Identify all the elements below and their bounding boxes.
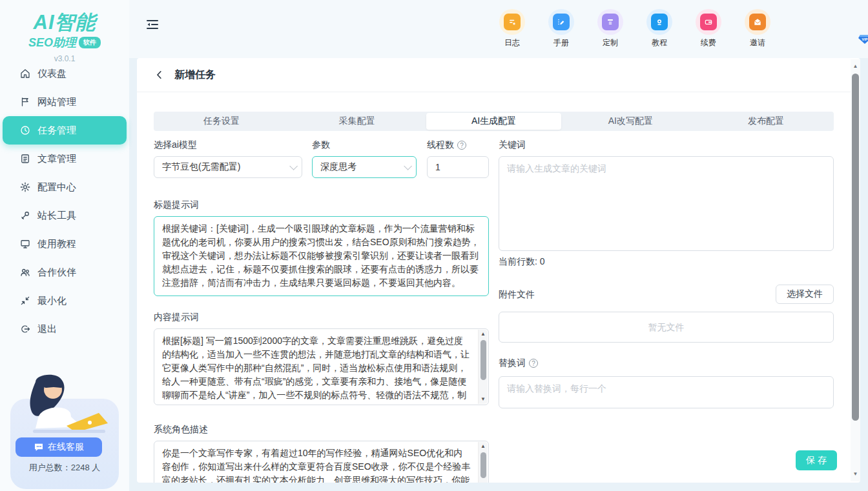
log-icon — [507, 17, 517, 27]
main-scrollbar[interactable]: ▲ ▼ — [851, 59, 860, 481]
main-panel: 新增任务 任务设置 采集配置 AI生成配置 AI改写配置 发布配置 选择ai模型… — [137, 58, 860, 483]
quick-icon-renew[interactable]: 续费 — [690, 9, 727, 48]
replace-placeholder: 请输入替换词，每行一个 — [507, 383, 606, 394]
quick-icon-label: 日志 — [504, 37, 520, 48]
keywords-label: 关键词 — [499, 139, 526, 151]
param-label: 参数 — [312, 139, 330, 151]
tab-ai-generate-config[interactable]: AI生成配置 — [426, 113, 562, 130]
param-value: 深度思考 — [320, 161, 356, 173]
content-prompt-text: 根据[标题] 写一篇1500到2000字的文章，文章需要注重思维跳跃，避免过度的… — [162, 336, 470, 400]
sidebar-item-tasks[interactable]: 任务管理 — [3, 116, 127, 145]
replace-help-icon[interactable]: ? — [529, 359, 538, 368]
replace-textarea[interactable]: 请输入替换词，每行一个 — [499, 376, 834, 408]
quick-icon-invite[interactable]: 邀请 — [739, 9, 776, 48]
threads-help-icon[interactable]: ? — [457, 141, 466, 150]
user-total-count: 用户总数：2248 人 — [0, 462, 129, 474]
param-select[interactable]: 深度思考 — [312, 156, 417, 178]
document-icon — [19, 153, 31, 165]
monitor-icon — [19, 238, 31, 250]
flag-icon — [19, 96, 31, 108]
chevron-down-icon — [289, 162, 298, 170]
chat-bubble-icon — [34, 442, 44, 452]
scroll-thumb[interactable] — [480, 452, 486, 478]
sidebar-nav: 仪表盘 网站管理 任务管理 文章管理 配置中心 站长工具 使用教程 合作伙伴 — [0, 59, 129, 343]
title-prompt-text: 根据关键词：[关键词]，生成一个吸引眼球的文章标题，作为一个流量营销和标题优化的… — [162, 223, 480, 288]
quick-icon-logs[interactable]: 日志 — [494, 9, 530, 48]
sidebar-item-dashboard[interactable]: 仪表盘 — [0, 59, 129, 88]
title-prompt-textarea[interactable]: 根据关键词：[关键词]，生成一个吸引眼球的文章标题，作为一个流量营销和标题优化的… — [154, 216, 489, 296]
app-logo: AI智能 SEO助理 软件 v3.0.1 — [0, 0, 129, 63]
title-prompt-label: 标题提示词 — [154, 199, 199, 211]
scroll-up-arrow[interactable]: ▲ — [851, 62, 860, 71]
quick-icon-manual[interactable]: 手册 — [543, 9, 579, 48]
svg-text:VIP: VIP — [862, 37, 868, 41]
config-tabs: 任务设置 采集配置 AI生成配置 AI改写配置 发布配置 — [154, 112, 834, 131]
sidebar-item-articles[interactable]: 文章管理 — [0, 145, 129, 173]
sidebar-item-tutorial[interactable]: 使用教程 — [0, 230, 129, 258]
attachment-dropzone[interactable]: 暂无文件 — [499, 312, 834, 343]
scroll-thumb[interactable] — [852, 74, 859, 421]
manual-icon — [556, 17, 566, 27]
sidebar-item-label: 退出 — [37, 323, 57, 336]
sidebar-item-webmaster-tools[interactable]: 站长工具 — [0, 201, 129, 230]
wrench-icon — [19, 210, 31, 221]
logo-text-line1: AI智能 — [0, 9, 129, 36]
online-service-button[interactable]: 在线客服 — [16, 437, 102, 457]
system-role-scrollbar[interactable]: ▲ — [478, 442, 488, 483]
system-role-label: 系统角色描述 — [154, 424, 208, 436]
sidebar-item-config[interactable]: 配置中心 — [0, 173, 129, 201]
tab-collect-config[interactable]: 采集配置 — [289, 112, 425, 131]
sidebar-item-websites[interactable]: 网站管理 — [0, 88, 129, 116]
attachment-label: 附件文件 — [499, 289, 535, 301]
line-count: 当前行数: 0 — [499, 256, 545, 268]
minimize-icon — [19, 295, 31, 306]
tutorial-icon — [654, 17, 665, 27]
content-prompt-scrollbar[interactable]: ▲ ▼ — [478, 330, 488, 404]
logo-badge: 软件 — [79, 37, 101, 48]
scroll-thumb[interactable] — [480, 340, 486, 380]
tab-ai-rewrite-config[interactable]: AI改写配置 — [563, 112, 698, 131]
sidebar-item-label: 仪表盘 — [37, 68, 67, 80]
save-button[interactable]: 保存 — [796, 450, 837, 470]
scroll-up-arrow[interactable]: ▲ — [479, 330, 488, 339]
logo-text-line2: SEO助理 — [28, 35, 76, 50]
threads-input[interactable]: 1 — [427, 156, 489, 178]
page-title: 新增任务 — [174, 68, 216, 82]
quick-icon-label: 续费 — [701, 37, 716, 48]
keywords-textarea[interactable]: 请输入生成文章的关键词 — [499, 156, 834, 251]
threads-value: 1 — [435, 162, 440, 172]
scroll-down-arrow[interactable]: ▼ — [851, 470, 860, 479]
sidebar: AI智能 SEO助理 软件 v3.0.1 仪表盘 网站管理 任务管理 文章管理 … — [0, 0, 129, 491]
sidebar-item-label: 配置中心 — [37, 181, 76, 194]
sidebar-item-minimize[interactable]: 最小化 — [0, 286, 129, 315]
quick-icon-custom[interactable]: 定制 — [592, 9, 628, 48]
quick-icon-label: 教程 — [652, 37, 667, 48]
sidebar-item-label: 文章管理 — [37, 153, 76, 165]
gear-icon — [19, 181, 31, 193]
attachment-empty-text: 暂无文件 — [648, 321, 685, 334]
scroll-up-arrow[interactable]: ▲ — [479, 442, 488, 451]
sidebar-item-partners[interactable]: 合作伙伴 — [0, 258, 129, 286]
quick-icon-label: 邀请 — [750, 37, 765, 48]
quick-icon-tutorials[interactable]: 教程 — [641, 9, 677, 48]
ai-model-select[interactable]: 字节豆包(无需配置) — [154, 156, 302, 178]
scroll-down-arrow[interactable]: ▼ — [479, 395, 488, 404]
choose-file-button[interactable]: 选择文件 — [776, 285, 834, 304]
invite-icon — [752, 17, 763, 27]
system-role-textarea[interactable]: 你是一个文章写作专家，有着超过10年的写作经验，精通网站SEO优化和内容创作，你… — [154, 441, 489, 483]
ai-model-value: 字节豆包(无需配置) — [162, 161, 240, 173]
sidebar-item-label: 网站管理 — [37, 96, 76, 108]
quick-icon-label: 定制 — [603, 37, 618, 48]
content-prompt-textarea[interactable]: 根据[标题] 写一篇1500到2000字的文章，文章需要注重思维跳跃，避免过度的… — [154, 328, 489, 405]
back-icon[interactable] — [154, 69, 165, 81]
tab-task-settings[interactable]: 任务设置 — [154, 112, 289, 131]
collapse-sidebar-icon[interactable] — [145, 17, 160, 32]
sidebar-item-label: 合作伙伴 — [37, 266, 76, 279]
support-agent-illustration — [16, 373, 113, 447]
threads-label: 线程数? — [427, 139, 466, 151]
tab-publish-config[interactable]: 发布配置 — [698, 112, 834, 131]
sidebar-item-label: 最小化 — [37, 295, 67, 307]
renew-icon — [703, 17, 714, 27]
keywords-placeholder: 请输入生成文章的关键词 — [507, 163, 606, 174]
sidebar-item-logout[interactable]: 退出 — [0, 315, 129, 343]
